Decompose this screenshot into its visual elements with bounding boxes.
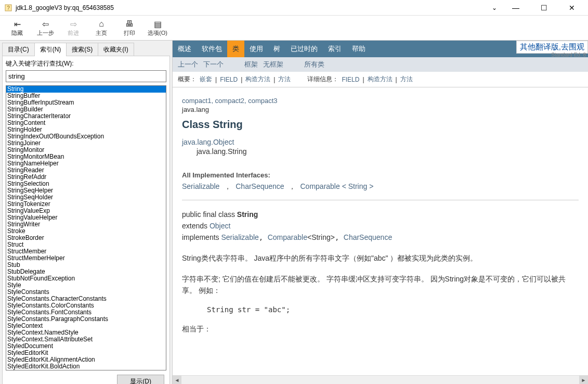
nav-item[interactable]: 已过时的 <box>285 41 323 57</box>
sidebar: 目录(C) 索引(N) 搜索(S) 收藏夹(I) 键入关键字进行查找(W): S… <box>0 41 173 384</box>
hide-button[interactable]: ⇤ 隐藏 <box>3 17 31 40</box>
search-label: 键入关键字进行查找(W): <box>6 59 166 68</box>
prev-class-link[interactable]: 上一个 <box>178 60 198 69</box>
compact-link[interactable]: compact1 <box>182 97 211 105</box>
description-3: 相当于： <box>182 323 579 335</box>
compact-link[interactable]: compact3 <box>248 97 277 105</box>
code-example-1: String str = "abc"; <box>207 305 579 314</box>
svg-text:?: ? <box>7 5 10 11</box>
summary-field-link[interactable]: FIELD <box>220 76 238 83</box>
edition-label: Standard Ed. 8 <box>551 52 586 58</box>
home-icon: ⌂ <box>99 19 104 29</box>
result-list[interactable]: StringStringBufferStringBufferInputStrea… <box>6 85 166 370</box>
result-item[interactable]: StrokeBorder <box>6 235 166 241</box>
class-title: Class String <box>182 119 579 131</box>
show-button[interactable]: 显示(D) <box>117 375 164 384</box>
sidebar-tabs: 目录(C) 索引(N) 搜索(S) 收藏夹(I) <box>2 43 170 56</box>
nav-item[interactable]: 软件包 <box>197 41 227 57</box>
scroll-right-button[interactable]: ► <box>579 376 588 385</box>
nav-item[interactable]: 索引 <box>323 41 347 57</box>
back-button[interactable]: ⇦ 上一步 <box>31 17 59 40</box>
interface-link[interactable]: CharSequence <box>236 182 284 190</box>
interface-link[interactable]: Serializable <box>182 182 219 190</box>
description-1: String类代表字符串。 Java程序中的所有字符串文字（例如"abc" ）都… <box>182 252 579 264</box>
doc-content: compact1, compact2, compact3 java.lang C… <box>173 87 588 384</box>
options-button[interactable]: ▤ 选项(O) <box>143 17 172 40</box>
titlebar: ? jdk1.8_googleV3 by:qq_654638585 ⌄ — ☐ … <box>0 0 588 16</box>
description-2: 字符串不变; 它们的值在创建后不能被更改。 字符串缓冲区支持可变字符串。 因为S… <box>182 273 579 296</box>
forward-button: ⇨ 前进 <box>59 17 87 40</box>
implemented-interfaces-label: All Implemented Interfaces: <box>182 171 579 179</box>
horizontal-scrollbar[interactable]: ◄ ► <box>173 375 588 384</box>
inheritance-tree: java.lang.Object java.lang.String <box>182 138 579 156</box>
print-button[interactable]: 🖶 打印 <box>115 17 143 40</box>
summary-method-link[interactable]: 方法 <box>278 75 291 84</box>
minimize-button[interactable]: — <box>504 0 528 16</box>
tab-search[interactable]: 搜索(S) <box>66 43 98 56</box>
impl-charsequence-link[interactable]: CharSequence <box>344 233 392 241</box>
home-button[interactable]: ⌂ 主页 <box>87 17 115 40</box>
content-pane: 其他翻译版,去围观 Standard Ed. 8 概述软件包类使用树已过时的索引… <box>173 41 588 384</box>
print-icon: 🖶 <box>125 19 134 29</box>
nav-item[interactable]: 类 <box>227 41 244 57</box>
forward-icon: ⇨ <box>70 19 77 29</box>
hide-icon: ⇤ <box>14 19 21 29</box>
nav-item[interactable]: 使用 <box>244 41 268 57</box>
window-title: jdk1.8_googleV3 by:qq_654638585 <box>16 4 489 11</box>
result-item[interactable]: StubNotFoundException <box>6 275 166 282</box>
detail-constr-link[interactable]: 构造方法 <box>368 75 393 84</box>
inherit-object-link[interactable]: java.lang.Object <box>182 138 234 146</box>
tab-favorites[interactable]: 收藏夹(I) <box>98 43 134 56</box>
noframes-link[interactable]: 无框架 <box>263 60 283 69</box>
nav-item[interactable]: 概述 <box>173 41 197 57</box>
back-icon: ⇦ <box>42 19 49 29</box>
package-name: java.lang <box>182 106 579 113</box>
detail-method-link[interactable]: 方法 <box>400 75 413 84</box>
compact-profiles: compact1, compact2, compact3 <box>182 97 579 105</box>
toolbar: ⇤ 隐藏 ⇦ 上一步 ⇨ 前进 ⌂ 主页 🖶 打印 ▤ 选项(O) <box>0 16 588 41</box>
maximize-button[interactable]: ☐ <box>532 0 556 16</box>
interface-link[interactable]: Comparable < String > <box>300 182 374 190</box>
inherit-self: java.lang.String <box>197 147 579 156</box>
detail-field-link[interactable]: FIELD <box>342 76 359 83</box>
next-class-link[interactable]: 下一个 <box>203 60 224 69</box>
summary-constr-link[interactable]: 构造方法 <box>245 75 270 84</box>
ribbon-dropdown-icon[interactable]: ⌄ <box>489 4 500 11</box>
doc-nav-summary: 概要： 嵌套| FIELD| 构造方法| 方法 详细信息： FIELD| 构造方… <box>173 72 588 87</box>
tab-contents[interactable]: 目录(C) <box>2 43 35 56</box>
close-button[interactable]: ✕ <box>560 0 584 16</box>
doc-nav-secondary: 上一个 下一个 框架 无框架 所有类 <box>173 57 588 72</box>
class-signature: public final class String extends Object… <box>182 209 579 243</box>
result-item[interactable]: StructMemberHelper <box>6 255 166 262</box>
extends-object-link[interactable]: Object <box>210 222 230 230</box>
implemented-interfaces: Serializable ， CharSequence ， Comparable… <box>182 182 579 191</box>
options-icon: ▤ <box>154 19 162 29</box>
nav-item[interactable]: 树 <box>268 41 285 57</box>
frames-link[interactable]: 框架 <box>244 60 258 69</box>
result-item[interactable]: StringWriter <box>6 221 166 228</box>
scroll-left-button[interactable]: ◄ <box>173 376 181 385</box>
allclasses-link[interactable]: 所有类 <box>304 60 324 69</box>
nav-item[interactable]: 帮助 <box>347 41 371 57</box>
impl-serializable-link[interactable]: Serializable <box>221 233 258 241</box>
search-input[interactable] <box>6 70 166 82</box>
result-item[interactable]: StyledEditorKit.BoldAction <box>6 363 166 370</box>
app-icon: ? <box>4 4 12 12</box>
compact-link[interactable]: compact2 <box>215 97 244 105</box>
impl-comparable-link[interactable]: Comparable <box>268 233 307 241</box>
summary-nested-link[interactable]: 嵌套 <box>200 75 212 84</box>
tab-index[interactable]: 索引(N) <box>34 43 67 56</box>
